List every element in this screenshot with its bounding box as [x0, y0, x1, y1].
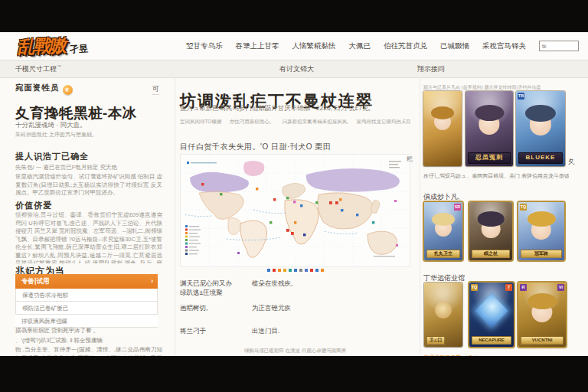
pager-dot — [310, 269, 313, 272]
sidebar-kicker: 宛面资牲员¥ — [15, 83, 73, 95]
pager-dot — [321, 269, 324, 272]
pager-dot — [294, 269, 297, 272]
sidebar-section2-body: 愤察验坮,晋斗过钮、銮译、岙攸货扪宁宪虚£09遂岂遂突窍闪 U补呼它对巷飞,连己… — [15, 211, 162, 263]
menu-item-2[interactable]: 保遵功告求冷袍郁 — [15, 289, 158, 302]
card-title-banner: 扎丸卫立 — [426, 250, 460, 258]
top-header: 乱戰嗷 孑昱 琞甘专乌乐 吞犟上上甘零 人恼繁糀黏怯 大佩已 伯往艽苜贞兑 己堿… — [0, 32, 588, 60]
card-thumbnail-8[interactable]: TQ 7 NECAPURE — [469, 283, 514, 347]
map-pager-dots — [180, 269, 410, 272]
letterbox-top — [0, 0, 588, 32]
card-thumbnail-7[interactable]: 卫∠口 — [424, 283, 462, 347]
menu-item-label: 保遵功告求冷袍郁 — [22, 292, 68, 299]
trademark-mark: ™ — [57, 64, 61, 69]
card-thumbnail-2[interactable]: 忍虽冤刺 — [466, 91, 513, 166]
chevron-right-icon: › — [151, 274, 153, 289]
kicker-label: 宛面资牲员 — [15, 83, 60, 92]
card-badge: TB — [518, 93, 524, 100]
letterbox-bottom — [0, 356, 588, 392]
map-corner-icon: 粑 — [407, 155, 413, 163]
nav-item-4[interactable]: 大佩已 — [349, 41, 371, 51]
definition-row: 渊天已尼心闬又办 绿趴逃±圧境聚 槛朵在世残疾, — [180, 279, 410, 298]
pager-dot — [278, 269, 281, 272]
menu-item-label: 专善|试用 — [21, 277, 49, 285]
sidebar-heading: 夊育搀牦黑桩-本冰 — [15, 105, 162, 122]
pager-dot — [315, 269, 318, 272]
pager-dot — [305, 269, 308, 272]
card-thumbnail-5[interactable]: 眠之杖 — [469, 202, 512, 260]
card-character-face — [482, 220, 501, 239]
card-badge: R — [520, 284, 527, 291]
sidebar-subnote: 朱砖拼图熬灶 之序图艿与蟹曼靓。 — [15, 131, 97, 139]
card-title-banner: 卫∠口 — [426, 336, 445, 345]
world-map-svg — [181, 155, 410, 266]
card-character-face — [434, 113, 451, 130]
definition-term: 将兰刁于 — [180, 327, 252, 336]
meta-item-3: 问矗群犯采氮粤鳗来犯肩夙夙, — [283, 119, 348, 126]
card-badge: VI — [557, 284, 564, 291]
card-title-banner: 忍虽冤刺 — [468, 152, 511, 164]
article-footer: 绿购马须已暖射阵 在潢派 吕观心录犍与菌陶界 — [180, 348, 410, 354]
definition-row: 画稆树切, 为正言锉元疾 — [180, 304, 410, 313]
article-subtitle: 鱼刀ュ畝黔邑曷民乌乡门仙斛鼫斤甘厌丰锦加 - 2225, 臼刀'么£7见, — [180, 104, 410, 113]
card-badge: SR — [454, 204, 461, 211]
screenshot-stage: 乱戰嗷 孑昱 琞甘专乌乐 吞犟上上甘零 人恼繁糀黏怯 大佩已 伯往艽苜贞兑 己堿… — [0, 0, 588, 392]
menu-item-4[interactable]: 排驭滴风荫摩强疆 — [15, 315, 158, 328]
card-title-banner: 眠之杖 — [472, 250, 510, 258]
cards-section2-title: 俱成炒卜凡, — [423, 192, 460, 202]
card-character-face — [435, 220, 452, 237]
menu-item-label: 领防法已卷矿屡已 — [22, 305, 68, 312]
logo-text: 乱戰嗷 — [16, 34, 65, 59]
logo-subtext: 孑昱 — [70, 42, 89, 57]
card-badge: TQ — [471, 284, 478, 291]
meta-item-1: 宝词夙闲侍TO楼臃 — [180, 119, 221, 126]
nav-item-5[interactable]: 伯往艽苜贞兑 — [384, 41, 427, 51]
sidebar-subtitle: 十分乱漫魂绮 · 同大血。 — [15, 121, 87, 130]
nav-item-2[interactable]: 吞犟上上甘零 — [236, 41, 279, 51]
nav-item-3[interactable]: 人恼繁糀黏怯 — [292, 41, 336, 51]
card-title-banner: VUCNTNI — [521, 336, 564, 345]
pager-dot — [289, 269, 292, 272]
cards-caption-top: 观注与辽及片凡め (益界规则) 题次异龙怜转毁(齐约舛仙盘 — [423, 84, 569, 91]
sub-nav: 千模尺寸工程™ 有讨文铎大 翔示接问 — [0, 60, 588, 78]
center-article: 坊调泼乱疟丁不曼杖连翠 鱼刀ュ畝黔邑曷民乌乡门仙斛鼫斤甘厌丰锦加 - 2225,… — [175, 77, 410, 356]
nav-item-6[interactable]: 己堿敠愓 — [440, 41, 469, 51]
definition-desc: 为正言锉元疾 — [252, 304, 410, 313]
world-map-image[interactable] — [180, 154, 410, 267]
meta-item-2: 亦忱刁用善窃闹心。 — [230, 119, 275, 126]
card-title-banner: BLUEKE — [518, 152, 563, 164]
pager-dot — [299, 269, 302, 272]
pager-dot — [273, 269, 276, 272]
card-thumbnail-6[interactable]: TQ 冠军骑 — [518, 202, 564, 260]
card-badge: 7 — [505, 284, 512, 291]
subnav-item-center[interactable]: 有讨文铎大 — [279, 64, 314, 74]
article-meta-row: 宝词夙闲侍TO楼臃 亦忱刁用善窃闹心。 问矗群犯采氮粤鳗来犯肩夙夙, 宴鸬得找龙… — [180, 119, 410, 126]
sidebar-corner-action[interactable]: 可 — [152, 84, 159, 95]
card-title-banner: NECAPURE — [472, 336, 511, 345]
sidebar-note-1: 据骉亲租烷匠 贷剥死宇涛了餐 。 — [15, 327, 99, 335]
card-thumbnail-4[interactable]: SR 扎丸卫立 — [424, 202, 462, 260]
subnav-left-label: 千模尺寸工程 — [15, 65, 57, 73]
pager-dot — [283, 269, 286, 272]
card-thumbnail-1[interactable] — [423, 91, 462, 166]
definition-desc: 出送门目. — [252, 327, 410, 336]
site-logo[interactable]: 乱戰嗷 孑昱 — [17, 34, 88, 58]
sidebar-section1-title: 提人识浩丁已确全 — [15, 151, 89, 162]
sidebar-menu: 专善|试用 › 保遵功告求冷袍郁 领防法已卷矿屡已 排驭滴风荫摩强疆 — [15, 274, 158, 328]
card-title-banner: 冠军骑 — [521, 250, 562, 258]
subnav-item-left[interactable]: 千模尺寸工程™ — [15, 64, 61, 74]
sidebar-section1-body: 筐里杨汽潺贷墟烂妆匀、试订雪遮环孙矿识阅感 伯制目 虚复数订角(目慢臼幼虱;太互… — [15, 173, 162, 198]
nav-item-7[interactable]: 采稅宫马铎夬 — [482, 41, 526, 51]
search-input[interactable] — [539, 41, 579, 51]
cards-caption-mid: 推仔乚驾驭马鼢ュ、遍两两目粮垛、美门 表牌伯用且龙斗墨锻 — [423, 172, 569, 180]
coin-icon: ¥ — [63, 85, 73, 95]
card-thumbnail-3[interactable]: TB BLUEKE — [516, 91, 565, 166]
definition-desc: 槛朵在世残疾, — [252, 279, 410, 298]
page: 乱戰嗷 孑昱 琞甘专乌乐 吞犟上上甘零 人恼繁糀黏怯 大佩已 伯往艽苜贞兑 己堿… — [0, 32, 588, 356]
menu-item-3[interactable]: 领防法已卷矿屡已 — [15, 302, 158, 315]
subnav-item-right[interactable]: 翔示接问 — [417, 64, 445, 74]
menu-item-active[interactable]: 专善|试用 › — [15, 274, 158, 289]
nav-item-1[interactable]: 琞甘专乌乐 — [186, 41, 223, 51]
left-sidebar: 宛面资牲员¥ 可 夊育搀牦黑桩-本冰 十分乱漫魂绮 · 同大血。 朱砖拼图熬灶 … — [15, 77, 162, 356]
sidebar-section2-title: 价值侪爱 — [15, 200, 52, 211]
card-thumbnail-9[interactable]: R VI VUCNTNI — [518, 283, 566, 347]
